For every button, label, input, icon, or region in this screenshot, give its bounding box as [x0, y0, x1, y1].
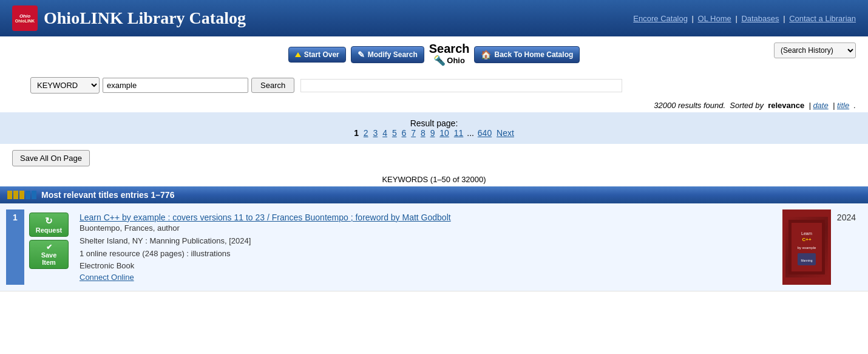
page-3-link[interactable]: 3 — [373, 128, 378, 138]
result-number: 1 — [6, 209, 24, 285]
svg-text:Manning: Manning — [801, 259, 812, 262]
search-ohio-text: Search — [429, 43, 470, 55]
save-all-wrap: Save All On Page — [0, 144, 868, 172]
result-title: Learn C++ by example : covers versions 1… — [80, 213, 776, 222]
ohiolink-logo-sub: OhioLINK — [15, 19, 35, 23]
ohio-sub-text: Ohio — [447, 56, 465, 65]
svg-text:by example: by example — [798, 246, 816, 250]
search-ohio-logo[interactable]: Search 🔦 Ohio — [429, 43, 470, 66]
result-publisher: Shelter Island, NY : Manning Publication… — [80, 235, 776, 248]
bar-2 — [13, 191, 18, 199]
search-result-bar — [300, 79, 622, 92]
bar-5 — [32, 191, 36, 199]
ohio-logo: Ohio OhioLINK — [12, 5, 38, 31]
bar-1 — [7, 191, 12, 199]
header-nav: Encore Catalog | OL Home | Databases | C… — [633, 14, 856, 23]
search-button[interactable]: Search — [251, 78, 294, 93]
search-type-select[interactable]: KEYWORD TITLE AUTHOR SUBJECT — [30, 77, 100, 94]
ol-home-link[interactable]: OL Home — [698, 14, 731, 23]
svg-text:C++: C++ — [802, 237, 811, 242]
logo-area: Ohio OhioLINK OhioLINK Library Catalog — [12, 5, 246, 31]
page-5-link[interactable]: 5 — [392, 128, 397, 138]
page-8-link[interactable]: 8 — [421, 128, 426, 138]
start-over-button[interactable]: Start Over — [288, 47, 346, 63]
section-bars — [7, 191, 36, 199]
search-history-select[interactable]: (Search History) — [774, 43, 856, 58]
start-over-icon — [295, 52, 301, 57]
result-year: 2024 — [831, 209, 862, 285]
ellipsis: ... — [467, 128, 474, 138]
page-11-link[interactable]: 11 — [454, 128, 464, 138]
page-7-link[interactable]: 7 — [411, 128, 416, 138]
keywords-header: KEYWORDS (1–50 of 32000) — [0, 172, 868, 186]
toolbar: (Search History) Start Over ✎ Modify Sea… — [0, 36, 868, 72]
save-all-button[interactable]: Save All On Page — [12, 150, 90, 166]
sorted-by: relevance — [768, 101, 804, 110]
result-title-link[interactable]: Learn C++ by example : covers versions 1… — [80, 213, 451, 222]
search-bar: KEYWORD TITLE AUTHOR SUBJECT Search — [0, 72, 868, 98]
result-pages: 1 online resource (248 pages) : illustra… — [80, 248, 776, 260]
search-input[interactable] — [103, 78, 248, 93]
results-info: 32000 results found. Sorted by relevance… — [0, 98, 868, 112]
back-to-home-button[interactable]: 🏠 Back To Home Catalog — [474, 46, 580, 63]
result-online: Connect Online — [80, 273, 776, 282]
request-button[interactable]: ↻ Request — [29, 213, 69, 237]
modify-search-button[interactable]: ✎ Modify Search — [351, 46, 424, 63]
result-actions: ↻ Request ✔ Save Item — [24, 209, 73, 285]
site-title: OhioLINK Library Catalog — [44, 9, 246, 28]
request-icon: ↻ — [35, 216, 63, 226]
pagination-bar: Result page: 1 2 3 4 5 6 7 8 9 10 11 ...… — [0, 112, 868, 144]
encore-catalog-link[interactable]: Encore Catalog — [633, 14, 688, 23]
contact-librarian-link[interactable]: Contact a Librarian — [789, 14, 856, 23]
svg-text:Learn: Learn — [801, 231, 812, 236]
modify-search-icon: ✎ — [358, 50, 365, 60]
search-history-wrap: (Search History) — [774, 43, 856, 58]
save-item-button[interactable]: ✔ Save Item — [29, 240, 69, 269]
result-content: Learn C++ by example : covers versions 1… — [73, 209, 782, 285]
page-9-link[interactable]: 9 — [430, 128, 435, 138]
save-icon: ✔ — [35, 243, 63, 251]
section-title: Most relevant titles entries 1–776 — [41, 190, 174, 200]
result-thumbnail: Learn C++ by example Manning — [782, 209, 831, 285]
book-cover: Learn C++ by example Manning — [785, 217, 828, 277]
page-10-link[interactable]: 10 — [439, 128, 449, 138]
result-type: Electronic Book — [80, 260, 776, 273]
page-6-link[interactable]: 6 — [402, 128, 407, 138]
back-icon: 🏠 — [481, 50, 491, 60]
current-page: 1 — [354, 128, 359, 138]
sort-title-link[interactable]: title — [837, 101, 849, 110]
book-cover-svg: Learn C++ by example Manning — [788, 220, 825, 274]
results-count: 32000 results found. — [654, 101, 725, 110]
page-2-link[interactable]: 2 — [364, 128, 368, 138]
ohio-logo-text: Ohio — [19, 13, 30, 19]
connect-online-link[interactable]: Connect Online — [80, 273, 134, 282]
section-header: Most relevant titles entries 1–776 — [0, 186, 868, 203]
next-page-link[interactable]: Next — [497, 128, 514, 138]
sorted-prefix: Sorted by — [730, 101, 764, 110]
search-ohio-sub: 🔦 Ohio — [433, 55, 465, 66]
bar-3 — [19, 191, 24, 199]
result-item: 1 ↻ Request ✔ Save Item Learn C++ by exa… — [0, 203, 868, 291]
sort-date-link[interactable]: date — [813, 101, 828, 110]
result-page-label: Result page: — [410, 118, 458, 128]
last-page-link[interactable]: 640 — [478, 128, 492, 138]
page-4-link[interactable]: 4 — [382, 128, 387, 138]
result-author: Buontempo, Frances, author — [80, 222, 776, 235]
torch-icon: 🔦 — [433, 55, 446, 66]
databases-link[interactable]: Databases — [741, 14, 779, 23]
bar-4 — [25, 191, 30, 199]
site-header: Ohio OhioLINK OhioLINK Library Catalog E… — [0, 0, 868, 36]
